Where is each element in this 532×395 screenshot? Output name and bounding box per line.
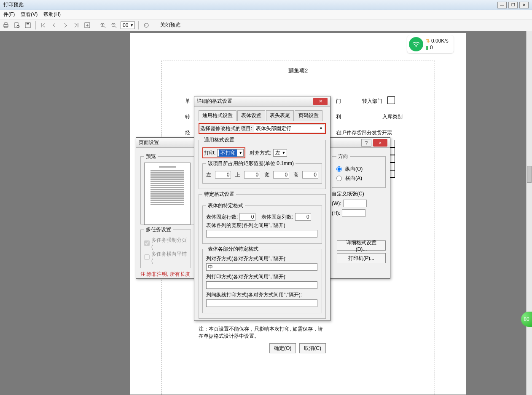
col-vline-input[interactable]: [206, 299, 317, 307]
fixed-cols-input[interactable]: [295, 213, 311, 221]
next-page-icon[interactable]: [61, 21, 70, 29]
body-spec-legend: 表体的特定格式: [206, 202, 245, 209]
zoom-in-icon[interactable]: [99, 21, 107, 29]
portrait-radio[interactable]: 纵向(O): [336, 165, 381, 173]
minimize-button[interactable]: —: [497, 2, 507, 8]
doc-title: 颤鱼项2: [130, 67, 466, 75]
first-page-icon[interactable]: [39, 21, 48, 29]
preview-legend: 预览: [144, 153, 158, 160]
parts-fieldset: 表体各部分的特定格式 列对齐方式(各对齐方式间用","隔开): 列打印方式(各对…: [202, 246, 322, 313]
tab-pagenum[interactable]: 页码设置: [295, 110, 322, 121]
menu-help[interactable]: 帮助(H): [43, 11, 61, 18]
multitask-legend: 多任务设置: [144, 226, 173, 233]
rect-width-input[interactable]: [273, 171, 289, 179]
separator: [138, 21, 139, 29]
custom-paper-label: 自定义纸张(C): [332, 190, 386, 198]
paper-height-input[interactable]: [342, 209, 365, 217]
box-top: [387, 96, 395, 104]
wifi-stats: ⇅0.00K/s ▮0: [426, 38, 449, 51]
vertical-scrollbar[interactable]: [526, 31, 532, 395]
detail-footnote: 注：本页设置不能保存，只影响本次打印, 如需保存，请在单据格式设计器中设置。: [199, 326, 326, 340]
printer-button[interactable]: 打印机(P)...: [337, 253, 386, 263]
prev-page-icon[interactable]: [50, 21, 59, 29]
col-width-input[interactable]: [206, 230, 317, 238]
menu-file[interactable]: 件(F): [3, 11, 15, 18]
cat-label: 入库类别: [382, 113, 403, 120]
zoom-select[interactable]: 00▼: [121, 21, 135, 29]
refresh-icon[interactable]: [142, 21, 150, 29]
rect-fieldset: 该项目所占用的矩形范围(单位:0.1mm) 左 上 宽 高: [202, 160, 322, 184]
print-icon[interactable]: [2, 21, 10, 29]
wifi-icon: [409, 37, 423, 51]
ok-button[interactable]: 确定(O): [269, 343, 296, 353]
svg-rect-6: [27, 23, 29, 24]
detail-buttons: 确定(O) 取消(C): [199, 343, 326, 353]
paper-width-input[interactable]: [343, 200, 367, 207]
col-width-label: 表体各列的宽度(各列之间用","隔开): [206, 222, 318, 229]
tab-body[interactable]: 表体设置: [237, 110, 265, 121]
close-preview-button[interactable]: 关闭预览: [158, 21, 183, 29]
landscape-radio[interactable]: 横向(A): [336, 175, 381, 182]
updown-icon: ⇅: [426, 38, 430, 44]
separator: [154, 21, 154, 29]
detail-titlebar: 详细的格式设置 ✕: [194, 96, 330, 107]
orientation-legend: 方向: [336, 153, 350, 160]
scrollbar-thumb[interactable]: [527, 166, 532, 183]
close-button[interactable]: ✕: [519, 2, 529, 8]
align-dropdown[interactable]: 左▼: [273, 149, 287, 157]
field-li: 利: [336, 113, 341, 120]
cancel-button[interactable]: 取消(C): [299, 343, 326, 353]
fixed-rows-label: 表体固定行数:: [206, 214, 238, 221]
col-align-input[interactable]: [206, 263, 317, 271]
detail-title: 详细的格式设置: [197, 98, 232, 105]
detail-tabs: 通用格式设置 表体设置 表头表尾 页码设置: [199, 110, 326, 121]
fit-icon[interactable]: [83, 21, 91, 29]
titlebar: 打印预览 — ❐ ✕: [0, 0, 532, 10]
print-dropdown[interactable]: 不打印▼: [217, 149, 244, 157]
force-page-checkbox[interactable]: 多任务强制分页(: [144, 237, 187, 250]
col-print-input[interactable]: [206, 281, 317, 289]
last-page-icon[interactable]: [72, 21, 81, 29]
svg-rect-1: [5, 23, 7, 24]
battery-icon: ▮: [426, 45, 429, 51]
menu-view[interactable]: 查看(V): [21, 11, 38, 18]
maximize-button[interactable]: ❐: [508, 2, 518, 8]
tab-headfoot[interactable]: 表头表尾: [266, 110, 294, 121]
zoom-out-icon[interactable]: [110, 21, 118, 29]
net-count: 0: [430, 45, 433, 51]
specific-legend: 特定格式设置: [202, 191, 236, 198]
separator: [95, 21, 95, 29]
dialog-help-button[interactable]: ?: [361, 139, 371, 147]
detail-close-button[interactable]: ✕: [313, 98, 328, 105]
network-widget[interactable]: ⇅0.00K/s ▮0: [407, 35, 454, 53]
specific-fieldset: 特定格式设置 表体的特定格式 表体固定行数: 表体固定列数: 表体各列的宽度(各…: [199, 191, 326, 319]
general-fieldset: 通用格式设置 打印: 不打印▼ 对齐方式: 左▼ 该项目所占用的矩形范围(单位:…: [199, 136, 326, 189]
select-item-dropdown[interactable]: 表体头部固定行▼: [254, 125, 324, 132]
col-print-label: 列打印方式(各对齐方式间用","隔开):: [206, 273, 318, 280]
lp-label: LP件存货部分发货开票: [340, 129, 392, 136]
dept-label: 转入部门: [362, 98, 382, 105]
body-spec-fieldset: 表体的特定格式 表体固定行数: 表体固定列数: 表体各列的宽度(各列之间用","…: [202, 202, 322, 244]
field-zhuan: 转: [185, 113, 190, 120]
rect-height-input[interactable]: [302, 171, 318, 179]
window-controls: — ❐ ✕: [497, 2, 529, 8]
general-legend: 通用格式设置: [202, 136, 236, 144]
tab-general[interactable]: 通用格式设置: [199, 110, 236, 121]
save-icon[interactable]: [24, 21, 32, 29]
detail-format-button[interactable]: 详细格式设置(D)...: [337, 240, 386, 251]
preview-thumbnail: [144, 163, 191, 225]
page-setup-right: 方向 纵向(O) 横向(A) 自定义纸张(C) (W): (H):: [332, 151, 386, 219]
select-item-label: 选择需修改格式的项目:: [200, 125, 252, 132]
col-align-label: 列对齐方式(各对齐方式间用","隔开):: [206, 255, 318, 262]
page-setup-icon[interactable]: [13, 21, 21, 29]
fixed-rows-input[interactable]: [239, 213, 255, 221]
window-title: 打印预览: [3, 1, 24, 8]
menubar: 件(F) 查看(V) 帮助(H): [0, 10, 532, 19]
field-jing: 经: [185, 129, 190, 136]
rect-legend: 该项目所占用的矩形范围(单位:0.1mm): [206, 160, 296, 167]
dialog-close-button[interactable]: ×: [373, 139, 387, 147]
rect-top-input[interactable]: [244, 171, 260, 179]
rect-left-input[interactable]: [215, 171, 231, 179]
horiz-tile-checkbox[interactable]: 多任务横向平铺(: [144, 251, 187, 264]
field-dan: 单: [185, 98, 190, 105]
